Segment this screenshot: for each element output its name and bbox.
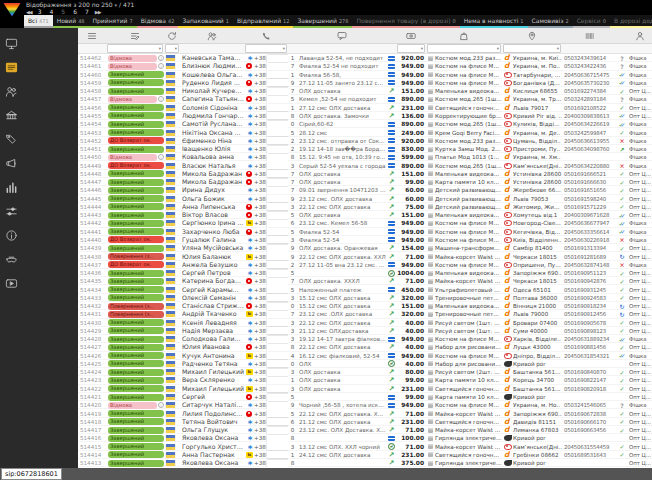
sidebar-monitor-icon[interactable] bbox=[5, 31, 78, 55]
tab-5[interactable]: Відправлений12 bbox=[233, 15, 294, 28]
table-row[interactable]: 514423 Завершений Вера Скляренко *+38 1 … bbox=[78, 376, 652, 384]
table-row[interactable]: 514430 Завершений Ксенія Левадняя *+38 3… bbox=[78, 319, 652, 327]
column-header-product[interactable] bbox=[426, 31, 502, 41]
column-header-phone[interactable] bbox=[244, 31, 288, 41]
sidebar-orders-icon[interactable] bbox=[5, 55, 78, 79]
table-row[interactable]: 514443 Завершений Віктор Власов +38 5 ОЛ… bbox=[78, 211, 652, 219]
page-button-4[interactable]: 4 bbox=[48, 8, 56, 15]
filter-status[interactable]: ▾ bbox=[107, 44, 163, 53]
sidebar-sliders-icon[interactable] bbox=[5, 199, 78, 223]
table-row[interactable]: 514428 Завершений Солодкова Галина В.. *… bbox=[78, 335, 652, 343]
sidebar-purchases-icon[interactable] bbox=[5, 127, 78, 151]
table-row[interactable]: 514420 Відмоваi Ситарчук Наталія Гр.. *+… bbox=[78, 401, 652, 409]
page-button-5[interactable]: 5 bbox=[59, 8, 67, 15]
table-row[interactable]: 514450 Відмоваi Ковальова анна *+38 8 15… bbox=[78, 153, 652, 161]
app-logo-icon[interactable] bbox=[3, 2, 21, 17]
table-row[interactable]: 514434 Завершений Сергей Карамышев *+38 … bbox=[78, 285, 652, 293]
sidebar-incognito-icon[interactable] bbox=[5, 247, 78, 271]
table-row[interactable]: 514457 Відмоваi Сапегина Татьяна С.. +38… bbox=[78, 95, 652, 103]
table-row[interactable]: 514421 Завершений Сергей +38 5 99.00 Кар… bbox=[78, 393, 652, 401]
table-row[interactable]: 514414 Завершений Анна Пастернак lc+38 1… bbox=[78, 451, 652, 459]
table-row[interactable]: 514461 Відмоваi Близнюк Людмила .. +38 7… bbox=[78, 62, 652, 70]
sidebar-info-icon[interactable] bbox=[5, 223, 78, 247]
sidebar-megaphone-icon[interactable] bbox=[5, 151, 78, 175]
table-row[interactable]: 514437 ДО Возврат ок. Анжела Безушко *+3… bbox=[78, 261, 652, 269]
column-header-city[interactable] bbox=[502, 31, 562, 41]
table-row[interactable]: 514460 Завершений Кошелева Ольга Ар.. *+… bbox=[78, 71, 652, 79]
filter-product[interactable]: ▾ bbox=[427, 44, 501, 53]
table-row[interactable]: 514419 Завершений Лилия Подолинская +38 … bbox=[78, 409, 652, 417]
tab-9[interactable]: Самовивіз2 bbox=[528, 15, 573, 28]
table-row[interactable]: 514416 Завершений Яковлева Оксана *+38 8… bbox=[78, 434, 652, 442]
table-row[interactable]: 514454 Завершений Самотій Руслана Во.. *… bbox=[78, 120, 652, 128]
table-row[interactable]: 514415 Завершений Горгулько Христина.. *… bbox=[78, 442, 652, 450]
tab-11[interactable]: В дорозі додому0 bbox=[610, 15, 652, 28]
filter-flag[interactable]: ▾ bbox=[165, 44, 179, 53]
table-row[interactable]: 514447 Завершений Микола Бадражан +38 7 … bbox=[78, 178, 652, 186]
table-row[interactable]: 514442 Завершений Сергіюнко Ірина Ми.. l… bbox=[78, 219, 652, 227]
table-row[interactable]: 514451 Завершений Іващенко Юлія *+38 2 1… bbox=[78, 145, 652, 153]
table-row[interactable]: 514459 Завершений Руденко Лидия Пав.. +3… bbox=[78, 79, 652, 87]
table-row[interactable]: 514453 Завершений Нікітіна Оксана Дми.. … bbox=[78, 128, 652, 136]
filter-city[interactable]: ▾ bbox=[503, 44, 561, 53]
tab-3[interactable]: Відмова42 bbox=[137, 15, 179, 28]
table-row[interactable]: 514418 Завершений Тетяна Войтович *+38 6… bbox=[78, 418, 652, 426]
column-header-track[interactable] bbox=[562, 31, 617, 41]
table-row[interactable]: 514452 ДО Возврат ок. Єфименко Ніна *+38… bbox=[78, 137, 652, 145]
sidebar-bank-icon[interactable] bbox=[5, 103, 78, 127]
column-header-flag[interactable] bbox=[164, 31, 180, 41]
table-row[interactable]: 514441 Завершений Захарченко Люба +38 5 … bbox=[78, 228, 652, 236]
table-row[interactable]: 514422 Завершений Михаил Гилецький lc+38… bbox=[78, 385, 652, 393]
table-row[interactable]: 514456 Завершений Соломія Сідоніна *+38 … bbox=[78, 104, 652, 112]
column-header-price[interactable] bbox=[396, 31, 426, 41]
last-page-button[interactable]: ▶▶ bbox=[95, 9, 101, 15]
table-row[interactable]: 514438 Повернення (з.. Юлия Баланюк lc+3… bbox=[78, 252, 652, 260]
page-button-3[interactable]: 3 bbox=[36, 8, 44, 15]
table-row[interactable]: 514440 ДО Возврат ок. Гуцалюк Галина *+3… bbox=[78, 236, 652, 244]
column-header-name[interactable] bbox=[180, 31, 244, 41]
tab-10[interactable]: Сервіси0 bbox=[573, 15, 610, 28]
table-row[interactable]: 514449 ДО Возврат ок. Власюк Наталья *+3… bbox=[78, 161, 652, 169]
table-row[interactable]: 514455 Завершений Людмила Гончарова *+38… bbox=[78, 112, 652, 120]
table-row[interactable]: 514448 Завершений Микола Бадражан +38 7 … bbox=[78, 170, 652, 178]
table-row[interactable]: 514427 Завершений Юлия Иванова +38 8 22.… bbox=[78, 343, 652, 351]
column-header-comment[interactable] bbox=[297, 31, 387, 41]
tab-2[interactable]: Прийнятий7 bbox=[89, 15, 137, 28]
column-header-source[interactable] bbox=[627, 31, 652, 41]
table-row[interactable]: 514435 Завершений Катерина Богданова +38… bbox=[78, 277, 652, 285]
tab-6[interactable]: Завершений278 bbox=[293, 15, 352, 28]
tab-4[interactable]: Запакований1 bbox=[178, 15, 233, 28]
table-row[interactable]: 514432 Повернення (з.. Станіслав Стрижак… bbox=[78, 302, 652, 310]
table-row[interactable]: 514433 Завершений Олексій Семанін *+38 3… bbox=[78, 294, 652, 302]
filter-phone[interactable]: ▾ bbox=[245, 44, 287, 53]
page-button-6[interactable]: 6 bbox=[71, 8, 79, 15]
table-row[interactable]: 514417 Завершений Ольга Глущук *+38 0 23… bbox=[78, 426, 652, 434]
column-header-id[interactable] bbox=[78, 31, 106, 41]
tab-0[interactable]: Всі471 bbox=[24, 15, 53, 28]
pagination-summary[interactable]: Відображення з 200 по 250 ▾ / 471 bbox=[26, 1, 134, 8]
table-row[interactable]: 514458 Завершений Николай Кучеренко *+38… bbox=[78, 87, 652, 95]
column-header-status[interactable] bbox=[106, 31, 164, 41]
sidebar-users-icon[interactable] bbox=[5, 79, 78, 103]
table-row[interactable]: 514462 Відмоваi Каневська Тамара .. *+38… bbox=[78, 54, 652, 62]
table-row[interactable]: 514439 Завершений Уляна Мусійовська *+38… bbox=[78, 244, 652, 252]
table-row[interactable]: 514446 Завершений Ирина Дидух *+38 7 09.… bbox=[78, 186, 652, 194]
sidebar-stats-icon[interactable] bbox=[5, 175, 78, 199]
tab-1[interactable]: Новий48 bbox=[53, 15, 89, 28]
table-row[interactable]: 514445 Завершений Ольга Божик *+38 9 23.… bbox=[78, 195, 652, 203]
call-count: 3 bbox=[288, 335, 297, 343]
table-row[interactable]: 514436 Завершений Сергей Петров *+38 5 ₴… bbox=[78, 269, 652, 277]
table-row[interactable]: 514444 Завершений Анна Липенська +38 3 2… bbox=[78, 203, 652, 211]
table-row[interactable]: 514429 Завершений Надія Мерзаєва *+38 3 … bbox=[78, 327, 652, 335]
tab-8[interactable]: Нема в наявності1 bbox=[460, 15, 528, 28]
filter-price[interactable]: ▾ bbox=[397, 44, 425, 53]
sidebar-video-icon[interactable] bbox=[5, 271, 78, 295]
table-row[interactable]: 514425 Завершений Радченко Тетяна *+38 0… bbox=[78, 360, 652, 368]
table-row[interactable]: 514424 Завершений Михаил Гилецький lc+38… bbox=[78, 368, 652, 376]
first-page-button[interactable]: ◀◀ bbox=[26, 9, 32, 15]
table-row[interactable]: 514426 Завершений Кучук Антонина lc+38 4… bbox=[78, 352, 652, 360]
page-button-7[interactable]: 7 bbox=[83, 8, 91, 15]
table-row[interactable]: 514431 Повернення (з.. Андрій Ткаченко l… bbox=[78, 310, 652, 318]
tab-7[interactable]: Повернення товару (в дорозі)0 bbox=[352, 15, 459, 28]
table-row[interactable]: 514413 Завершений Яковлева Оксана *+38 8… bbox=[78, 459, 652, 467]
